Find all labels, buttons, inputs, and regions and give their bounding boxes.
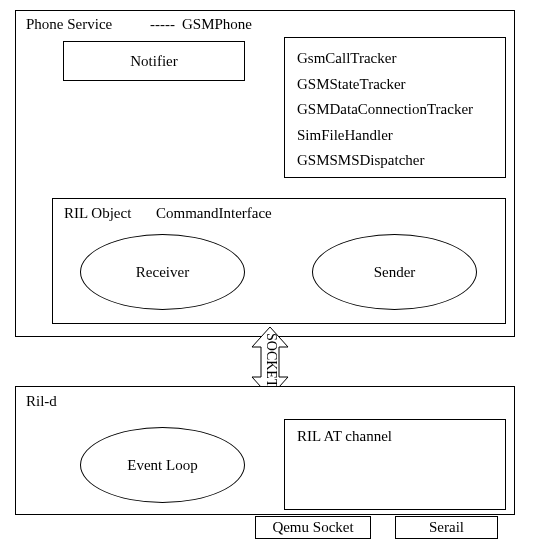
tracker-item: GsmCallTracker: [297, 46, 493, 72]
tracker-item: GSMSMSDispatcher: [297, 148, 493, 174]
phone-service-title-left: Phone Service: [26, 16, 112, 33]
sender-label: Sender: [374, 264, 416, 281]
tracker-item: GSMStateTracker: [297, 72, 493, 98]
notifier-label: Notifier: [130, 53, 177, 70]
serail-label: Serail: [429, 519, 464, 536]
tracker-item: GSMDataConnectionTracker: [297, 97, 493, 123]
qemu-socket-box: Qemu Socket: [255, 516, 371, 539]
tracker-item: SimFileHandler: [297, 123, 493, 149]
notifier-box: Notifier: [63, 41, 245, 81]
event-loop-label: Event Loop: [127, 457, 197, 474]
architecture-diagram: Phone Service ----- GSMPhone Notifier Gs…: [10, 10, 532, 539]
ril-object-title-left: RIL Object: [64, 205, 131, 222]
phone-service-title-dash: -----: [150, 16, 175, 33]
qemu-socket-label: Qemu Socket: [272, 519, 353, 536]
rild-title: Ril-d: [26, 393, 57, 410]
ril-at-channel-box: RIL AT channel: [284, 419, 506, 510]
sender-ellipse: Sender: [312, 234, 477, 310]
ril-at-channel-label: RIL AT channel: [297, 428, 392, 444]
receiver-ellipse: Receiver: [80, 234, 245, 310]
serail-box: Serail: [395, 516, 498, 539]
event-loop-ellipse: Event Loop: [80, 427, 245, 503]
ril-object-title-right: CommandInterface: [156, 205, 272, 222]
socket-label: SOCKET: [263, 333, 279, 387]
phone-service-title-right: GSMPhone: [182, 16, 252, 33]
receiver-label: Receiver: [136, 264, 189, 281]
trackers-box: GsmCallTracker GSMStateTracker GSMDataCo…: [284, 37, 506, 178]
